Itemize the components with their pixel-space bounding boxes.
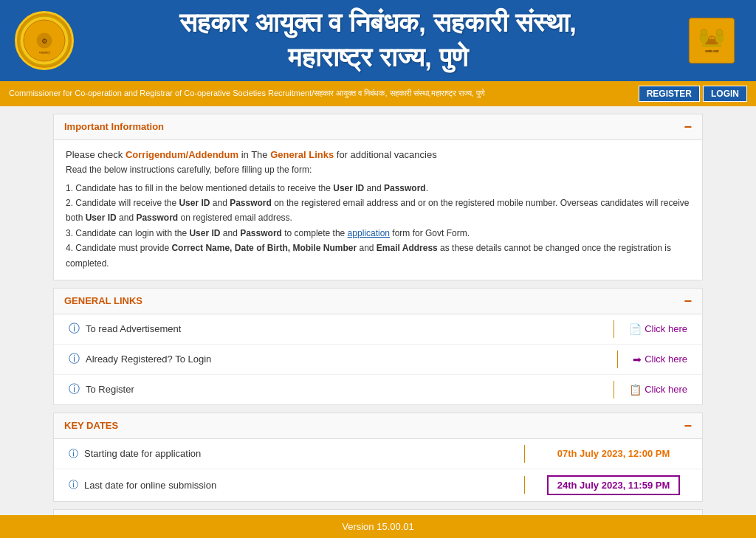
link-label-login: ⓘ Already Registered? To Login [69,352,602,366]
important-info-collapse[interactable]: − [684,120,692,134]
info-circle-icon-2: ⓘ [69,352,80,366]
svg-point-11 [716,29,723,35]
svg-text:सत्यमेव जयते: सत्यमेव जयते [704,49,719,53]
info-circle-icon-3: ⓘ [69,382,80,396]
date-row-end: ⓘ Last date for online submission 24th J… [54,469,702,501]
link-row-login: ⓘ Already Registered? To Login ➡ Click h… [54,345,702,375]
title-line2: महाराष्ट्र राज्य, पुणे [89,41,667,75]
important-info-header: Important Information − [54,114,702,140]
svg-text:⚙: ⚙ [41,37,47,44]
breadcrumb: Commissioner for Co-operation and Regist… [9,89,485,98]
link-label-register: ⓘ To Register [69,382,599,396]
version-text: Version 15.00.01 [342,521,414,532]
separator-4 [524,445,525,463]
general-links-section: GENERAL LINKS − ⓘ To read Advertisement … [53,288,703,405]
link-text-advertisement: To read Advertisement [86,323,181,334]
info-line2: Read the below instructions carefully, b… [66,165,690,175]
key-dates-header: KEY DATES − [54,413,702,439]
svg-point-10 [701,29,707,35]
date-value-end: 24th July 2023, 11:59 PM [540,475,687,495]
date-label-start: ⓘ Starting date for application [69,447,509,461]
info-instructions: 1. Candidate has to fill in the below me… [66,181,690,271]
date-label-end: ⓘ Last date for online submission [69,478,509,492]
important-info-body: Please check Corrigendum/Addendum in The… [54,140,702,280]
footer: Version 15.00.01 [0,515,756,538]
advertisement-link[interactable]: 📄 Click here [629,323,687,335]
arrow-icon: ➡ [633,354,642,365]
link-row-advertisement: ⓘ To read Advertisement 📄 Click here [54,314,702,345]
title-line1: सहकार आयुक्त व निबंधक, सहकारी संस्था, [89,6,667,41]
instruction-1: 1. Candidate has to fill in the below me… [66,181,690,196]
left-logo: ⚙ महाराष्ट्र [15,11,74,70]
link-label-advertisement: ⓘ To read Advertisement [69,322,599,336]
main-content: Important Information − Please check Cor… [46,114,710,538]
svg-text:महाराष्ट्र: महाराष्ट्र [38,49,51,55]
general-links-title: GENERAL LINKS [64,295,142,306]
date-text-start: Starting date for application [84,448,201,459]
link-action-login[interactable]: ➡ Click here [633,354,687,365]
right-logo: सत्यमेव जयते [682,11,741,70]
general-links-header: GENERAL LINKS − [54,289,702,314]
separator-5 [524,476,525,494]
link-text-login: Already Registered? To Login [86,354,211,365]
register-link-text: Click here [645,384,687,395]
info-circle-icon-4: ⓘ [69,447,78,461]
header-title: सहकार आयुक्त व निबंधक, सहकारी संस्था, मह… [74,6,682,75]
register-icon: 📋 [629,384,642,396]
instruction-4: 4. Candidate must provide Correct Name, … [66,241,690,271]
separator-1 [614,320,614,338]
advertisement-link-text: Click here [645,323,687,334]
login-link-text: Click here [645,354,687,365]
page-header: ⚙ महाराष्ट्र सहकार आयुक्त व निबंधक, सहका… [0,0,756,81]
nav-buttons: REGISTER LOGIN [639,86,747,102]
login-link[interactable]: ➡ Click here [633,354,687,365]
instruction-2: 2. Candidate will receive the User ID an… [66,196,690,226]
key-dates-title: KEY DATES [64,420,118,431]
register-button[interactable]: REGISTER [639,86,700,102]
key-dates-collapse[interactable]: − [684,419,692,432]
pdf-icon: 📄 [629,323,642,335]
date-text-end: Last date for online submission [84,480,216,491]
date-boxed-value: 24th July 2023, 11:59 PM [547,475,680,495]
key-dates-section: KEY DATES − ⓘ Starting date for applicat… [53,413,703,502]
register-link[interactable]: 📋 Click here [629,384,687,396]
info-circle-icon-5: ⓘ [69,478,78,492]
navbar: Commissioner for Co-operation and Regist… [0,81,756,106]
separator-3 [614,381,614,399]
login-button[interactable]: LOGIN [703,86,747,102]
info-line1: Please check Corrigendum/Addendum in The… [66,149,690,160]
date-row-start: ⓘ Starting date for application 07th Jul… [54,439,702,469]
instruction-3: 3. Candidate can login with the User ID … [66,226,690,241]
link-row-register: ⓘ To Register 📋 Click here [54,375,702,404]
important-info-title: Important Information [64,121,164,132]
important-info-section: Important Information − Please check Cor… [53,114,703,280]
info-circle-icon-1: ⓘ [69,322,80,336]
link-action-advertisement[interactable]: 📄 Click here [629,323,687,335]
link-text-register: To Register [86,384,134,395]
general-links-collapse[interactable]: − [684,294,692,308]
link-action-register[interactable]: 📋 Click here [629,384,687,396]
date-value-start: 07th July 2023, 12:00 PM [540,448,687,459]
separator-2 [617,351,618,368]
